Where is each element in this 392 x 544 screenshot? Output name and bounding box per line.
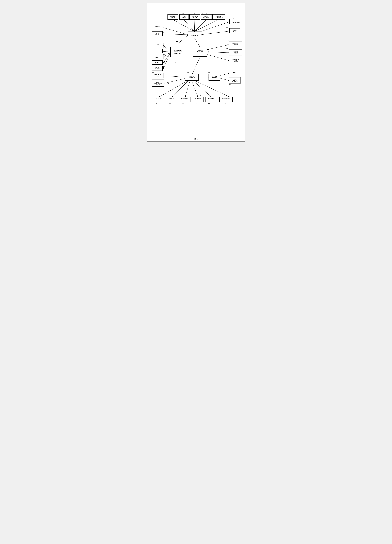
ref-3.1: 3.1	[152, 72, 154, 73]
svg-line-30	[172, 80, 189, 97]
operating-keys-box: OPERATINGKEYS	[152, 73, 163, 78]
door-magnet-box: DOORMAGNET	[152, 66, 163, 71]
ref-2.1: 2.1	[163, 42, 165, 44]
svg-line-33	[193, 80, 211, 97]
operating-value-monitor-box: OPERATINGVALUEMONITOR	[229, 57, 242, 64]
svg-marker-23	[207, 51, 209, 53]
regulation-control-box: REGULATIONAND CONTROLINTERFACE	[170, 47, 185, 57]
ref-2.3: 2.3	[163, 54, 165, 55]
ref-1.1: 1.1	[152, 23, 154, 25]
telemetry-output-box: TELEMETRYOUTPUT	[192, 97, 204, 102]
svg-marker-20	[207, 49, 209, 50]
ref-2.4: 2.4	[163, 61, 165, 62]
voltage-transducer-box: VOLTAGETRANSDUCER	[229, 19, 242, 24]
ref-5.2: 5.2	[226, 48, 228, 49]
ref-1.2: 1.2	[171, 13, 172, 14]
output-interface-box: OUTPUTINTERFACE	[185, 74, 199, 81]
ref-1.4: 1.4	[193, 13, 195, 14]
page: INPUTINTERFACE CENTERCONTROLDEVICE REGUL…	[147, 3, 245, 142]
svg-line-2	[173, 20, 194, 31]
parallel-output-box: PARALLELOUTPUT	[153, 97, 165, 102]
network-output-box: NETWORKOUTPUT	[205, 97, 217, 102]
ref-5.3: 5.3	[226, 56, 228, 58]
svg-marker-22	[227, 52, 229, 53]
cooling-device-box: COOLINGDEVICE	[152, 54, 163, 59]
ref-2.6: 2.6	[172, 45, 173, 47]
led-display-box: LEDDISPLAY	[229, 71, 240, 76]
svg-line-8	[201, 31, 230, 35]
ref-4.4: 4.4	[195, 103, 196, 104]
svg-line-14	[163, 51, 171, 52]
program-setting-box: PROGRAMSETTINGAND TESTINGDEVICE	[152, 79, 164, 87]
ref-4.10: 4.10	[187, 72, 190, 73]
svg-line-1	[163, 34, 188, 35]
ref-1.9: 1.9	[162, 32, 164, 33]
smoke-detector-box: SMOKEDETECTOR	[201, 14, 212, 20]
ref-4.3: 4.3	[182, 103, 184, 104]
ref-6: 6	[199, 45, 199, 46]
svg-line-4	[194, 20, 195, 31]
current-transducer-box: CURRENTTRANSDUCER	[212, 14, 225, 20]
ref-2.2: 2.2	[163, 48, 165, 50]
ref-4.7: 4.7	[208, 72, 210, 73]
ref-1.3: 1.3	[183, 13, 184, 14]
svg-line-21	[207, 52, 229, 53]
svg-line-5	[194, 20, 206, 31]
svg-line-31	[185, 80, 190, 97]
ref-3: 3	[168, 83, 169, 84]
heat-exchanger-box: HEATEXCHANGER	[152, 43, 163, 48]
svg-line-3	[184, 20, 194, 31]
diagram-container: INPUTINTERFACE CENTERCONTROLDEVICE REGUL…	[149, 5, 243, 137]
svg-line-18	[207, 45, 229, 49]
bottom-ref-label: 11 ↘	[149, 138, 243, 140]
code-lock-box: CODELOCK	[229, 28, 240, 33]
ref-4.2: 4.2	[169, 103, 171, 104]
temp-sensor-box: TEMP.SENSOR	[179, 14, 189, 20]
svg-line-6	[194, 20, 219, 31]
ref-4.5: 4.5	[208, 103, 210, 104]
door-limit-switch-box: DOOR LIMITSWITCH	[167, 14, 178, 20]
bus-system-output-box: BUS SYSTEMOUTPUT	[179, 97, 191, 102]
emergency-power-box: EMERGENCYPOWERSUPPLY	[229, 41, 242, 48]
ref-1: 1	[202, 12, 202, 14]
ref-2: 2	[175, 62, 176, 64]
symbol-display-box: SYMBOLDISPLAYELEMENT	[229, 77, 241, 83]
center-control-box: CENTERCONTROLDEVICE	[193, 47, 207, 57]
ref-3.2: 3.2	[152, 95, 154, 97]
ref-1.6: 1.6	[216, 13, 217, 14]
ref-4: 4	[200, 95, 201, 96]
ref-1.8: 1.8	[226, 27, 228, 29]
normal-power-box: NORMALPOWERSUPPLY	[229, 49, 242, 56]
svg-line-34	[194, 80, 230, 97]
ref-5: 5	[224, 40, 225, 41]
ref-5.1: 5.1	[228, 40, 229, 41]
ref-4.1: 4.1	[156, 103, 158, 104]
svg-line-0	[163, 28, 188, 35]
vibration-sensor-box: VIBRATIONSENSOR	[189, 14, 200, 20]
display-device-box: DISPLAYDEVICE	[208, 74, 220, 81]
ref-4.6: 4.6	[225, 103, 226, 104]
ref-1.5: 1.5	[205, 13, 207, 14]
ref-1.7: 1.7	[233, 18, 234, 19]
svg-line-36	[164, 78, 186, 83]
ref-4.8: 4.8	[229, 69, 231, 71]
svg-line-32	[191, 80, 198, 97]
svg-marker-19	[227, 44, 229, 45]
heater-box: HEATER	[152, 60, 163, 65]
svg-line-24	[207, 54, 229, 61]
ref-2.5: 2.5	[163, 66, 165, 67]
svg-line-25	[192, 57, 200, 74]
humidity-sensor-box: HUMIDITYSENSOR	[152, 25, 163, 30]
svg-line-28	[220, 78, 229, 80]
input-interface-box: INPUTINTERFACE	[188, 31, 201, 38]
svg-line-37	[178, 35, 188, 44]
svg-line-35	[163, 76, 186, 77]
pc-interface-output-box: PC INTERFACEOUTPUT	[219, 97, 232, 102]
optical-relay-box: OPTICALRELAY	[166, 97, 177, 102]
ref-1.10: 1.10	[176, 41, 178, 42]
svg-line-27	[220, 74, 229, 75]
fan-box: FAN	[152, 49, 163, 53]
ref-4.9: 4.9	[229, 84, 231, 85]
svg-line-7	[201, 22, 230, 31]
card-reader-box: CARDREADER	[152, 31, 163, 36]
